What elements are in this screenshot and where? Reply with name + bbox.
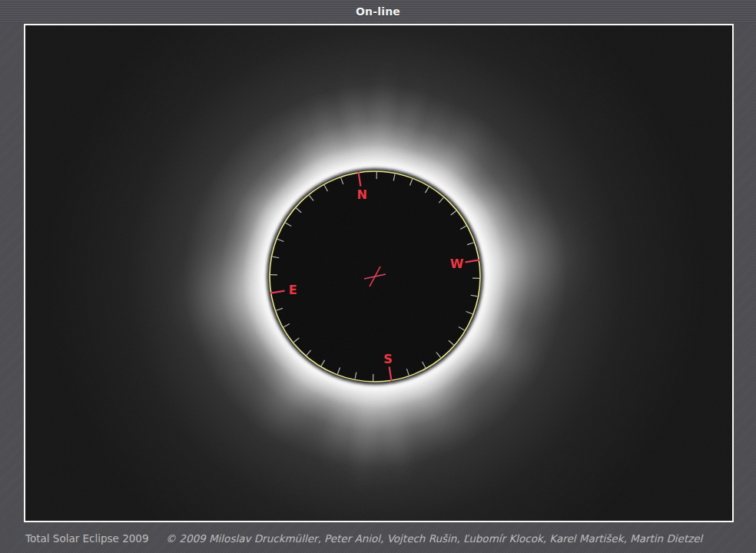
- application-window: { "window": { "title": "On-line" }, "foo…: [0, 0, 756, 553]
- eclipse-photo: NWSE: [25, 25, 732, 521]
- compass-label-s: S: [383, 352, 393, 366]
- status-caption-bar: Total Solar Eclipse 2009 © 2009 Miloslav…: [0, 523, 756, 553]
- compass-label-n: N: [356, 187, 366, 202]
- caption-credits: © 2009 Miloslav Druckmüller, Peter Aniol…: [166, 532, 703, 545]
- compass-label-e: E: [289, 283, 297, 297]
- image-frame: NWSE: [24, 24, 734, 522]
- window-titlebar[interactable]: On-line: [0, 0, 756, 23]
- window-title: On-line: [356, 5, 400, 18]
- caption-title: Total Solar Eclipse 2009: [25, 532, 149, 545]
- film-grain: [25, 25, 732, 521]
- compass-label-w: W: [450, 257, 464, 271]
